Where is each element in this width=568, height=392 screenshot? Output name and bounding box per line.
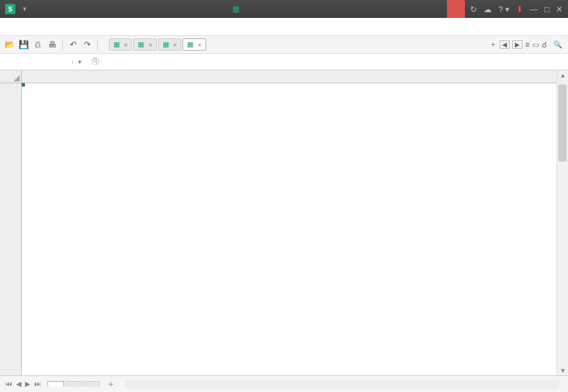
save-icon[interactable]: 💾	[18, 39, 29, 51]
app-menu-dropdown-icon[interactable]: ▼	[22, 6, 28, 12]
tab-list-icon[interactable]: ≡	[525, 40, 530, 49]
doc-tab-4[interactable]: ▦×	[183, 38, 206, 51]
select-all-corner[interactable]	[0, 70, 22, 83]
toolbar: 📂 💾 ⎙ 🖶 ↶ ↷ ▦× ▦× ▦× ▦× ＋ ◀ ▶ ≡ ▭ ☌ 🔍	[0, 36, 568, 54]
help-icon[interactable]: ? ▾	[498, 4, 510, 14]
name-box-dropdown-icon[interactable]: ▼	[73, 59, 86, 65]
title-bar: S ▼ ▦ ↻ ☁ ? ▾ ⬇ — □ ✕	[0, 0, 568, 18]
sheet-nav: ⏮ ◀ ▶ ⏭	[4, 380, 42, 388]
app-logo-icon: S	[5, 4, 15, 14]
login-button[interactable]	[447, 0, 465, 18]
sheet-tab-2[interactable]	[65, 381, 82, 387]
menu-start[interactable]	[6, 24, 19, 29]
sheet-icon: ▦	[113, 40, 120, 49]
sheet-first-icon[interactable]: ⏮	[4, 380, 13, 388]
document-tabs: ▦× ▦× ▦× ▦×	[109, 38, 487, 51]
close-button[interactable]: ✕	[556, 4, 563, 14]
watermark	[558, 345, 562, 356]
fx-search-icon[interactable]: ⓠ	[92, 56, 99, 67]
formula-bar: ▼ ⓠ	[0, 54, 568, 70]
close-tab-icon[interactable]: ×	[124, 41, 127, 49]
scroll-down-icon[interactable]: ▼	[560, 367, 566, 374]
close-tab-icon[interactable]: ×	[173, 41, 177, 49]
sheet-icon: ▦	[138, 40, 144, 49]
horizontal-scrollbar[interactable]	[126, 380, 559, 389]
menu-data[interactable]	[63, 24, 76, 29]
sheet-icon: ▦	[163, 40, 169, 49]
selection-rectangle	[22, 83, 24, 86]
system-icons: ↻ ☁ ? ▾ ⬇ — □ ✕	[470, 4, 563, 14]
menu-layout[interactable]	[35, 24, 47, 29]
open-icon[interactable]: 📂	[4, 39, 15, 51]
row-headers	[0, 83, 22, 375]
sheet-tab-3[interactable]	[83, 381, 100, 387]
menu-bar	[0, 18, 568, 36]
new-tab-icon[interactable]: ＋	[489, 39, 497, 50]
cloud-icon[interactable]: ☁	[483, 4, 492, 14]
window-icon[interactable]: ▭	[532, 40, 539, 49]
menu-smart[interactable]	[133, 24, 146, 29]
command-search[interactable]: 🔍	[553, 40, 564, 49]
window-title: ▦	[28, 4, 447, 13]
formula-input[interactable]	[108, 56, 568, 69]
sync-icon[interactable]: ↻	[470, 4, 477, 14]
undo-icon[interactable]: ↶	[67, 39, 79, 51]
cells-area[interactable]	[22, 83, 556, 375]
print-icon[interactable]: 🖶	[46, 39, 58, 51]
sheet-tab-1[interactable]	[47, 381, 64, 387]
sheet-tab-bar: ⏮ ◀ ▶ ⏭ ＋	[0, 375, 568, 392]
maximize-button[interactable]: □	[544, 4, 549, 14]
menu-formula[interactable]	[49, 24, 61, 29]
cell-reference-box[interactable]	[15, 60, 73, 64]
minimize-button[interactable]: —	[530, 4, 538, 14]
tab-prev-icon[interactable]: ◀	[499, 40, 510, 49]
menu-cloud[interactable]	[119, 24, 132, 29]
menu-insert[interactable]	[20, 24, 33, 29]
doc-tab-2[interactable]: ▦×	[133, 38, 156, 51]
spreadsheet-grid: ▲ ▼	[0, 70, 568, 375]
search-icon: 🔍	[553, 40, 562, 49]
download-icon[interactable]: ⬇	[516, 4, 523, 14]
print-preview-icon[interactable]: ⎙	[32, 39, 44, 51]
menu-view[interactable]	[91, 24, 104, 29]
close-tab-icon[interactable]: ×	[197, 41, 201, 49]
separator	[62, 40, 63, 50]
sheet-next-icon[interactable]: ▶	[24, 380, 31, 388]
redo-icon[interactable]: ↷	[81, 39, 93, 51]
scroll-up-icon[interactable]: ▲	[560, 72, 566, 79]
tool-search-icon[interactable]: ☌	[542, 40, 547, 49]
doc-tab-3[interactable]: ▦×	[158, 38, 181, 51]
sheet-last-icon[interactable]: ⏭	[33, 380, 42, 388]
close-tab-icon[interactable]: ×	[148, 41, 152, 49]
tab-controls: ＋ ◀ ▶ ≡ ▭ ☌	[489, 39, 547, 50]
menu-dev[interactable]	[105, 24, 118, 29]
sheet-prev-icon[interactable]: ◀	[15, 380, 22, 388]
doc-tab-1[interactable]: ▦×	[109, 38, 132, 51]
menu-review[interactable]	[77, 24, 90, 29]
tab-next-icon[interactable]: ▶	[512, 40, 523, 49]
fx-area: ⓠ	[86, 56, 108, 67]
vertical-scrollbar[interactable]: ▲ ▼	[556, 70, 568, 375]
scrollbar-thumb[interactable]	[558, 85, 567, 161]
separator	[97, 40, 98, 50]
column-headers	[22, 70, 556, 83]
sheet-icon: ▦	[187, 40, 193, 49]
doc-icon: ▦	[232, 4, 239, 13]
add-sheet-button[interactable]: ＋	[101, 377, 120, 391]
